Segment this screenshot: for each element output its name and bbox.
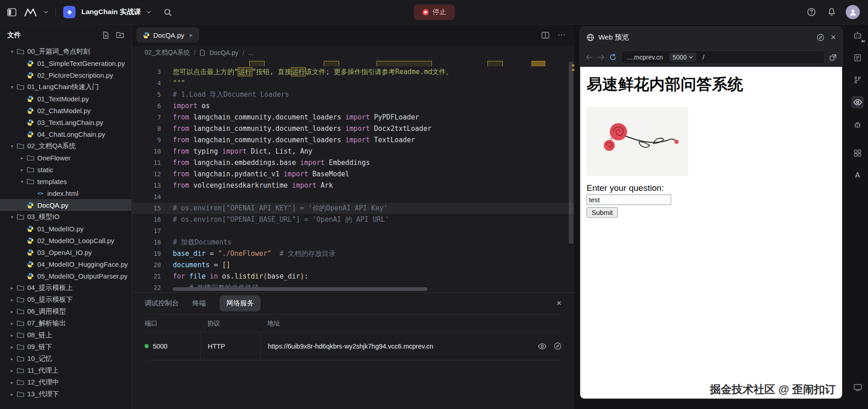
more-actions-icon[interactable]: ⋯ bbox=[557, 30, 566, 40]
tree-item[interactable]: 02_PictureDescription.py bbox=[0, 69, 131, 81]
preview-eye-icon[interactable] bbox=[538, 343, 547, 349]
code-editor[interactable]: 3您可以点击最上方的“运行”按钮, 直接运行该文件; 更多操作指引请参考Read… bbox=[132, 60, 574, 292]
panel-tab[interactable]: 网络服务 bbox=[220, 295, 261, 311]
ports-table-header: 端口 协议 地址 bbox=[145, 315, 562, 332]
tree-item[interactable]: ▸static bbox=[0, 164, 131, 175]
line-number: 13 bbox=[132, 180, 161, 191]
sidebar-toggle-icon[interactable] bbox=[5, 6, 18, 18]
panel-tab[interactable]: 终端 bbox=[192, 299, 206, 308]
open-in-browser-icon[interactable] bbox=[554, 342, 562, 350]
folder-icon bbox=[16, 332, 25, 338]
search-match-mark bbox=[572, 65, 574, 66]
code-line: 8from langchain_community.document_loade… bbox=[132, 123, 574, 135]
open-in-browser-icon[interactable] bbox=[817, 34, 824, 41]
preview-header: Web 预览 × bbox=[580, 27, 842, 48]
tree-item[interactable]: <>index.html bbox=[0, 187, 131, 199]
breadcrumb-file[interactable]: DocQA.py bbox=[209, 49, 238, 56]
tree-item[interactable]: 03_OpenAI_IO.py bbox=[0, 246, 131, 258]
vertical-scrollbar[interactable] bbox=[569, 62, 573, 244]
address-url[interactable]: https://6uib9x8r-hd6qkbrs-wy2shjk7hg94.v… bbox=[268, 343, 531, 350]
tree-item-label: 01_TextModel.py bbox=[37, 95, 89, 103]
tree-item-label: 05_ModelIO_OutputParser.py bbox=[37, 272, 127, 280]
chevron-right-icon: ▸ bbox=[18, 155, 26, 160]
tree-item[interactable]: ▸06_调用模型 bbox=[0, 305, 131, 317]
search-icon[interactable] bbox=[162, 6, 174, 18]
apps-grid-icon[interactable] bbox=[851, 147, 864, 160]
breadcrumb-folder[interactable]: 02_文档QA系统 bbox=[145, 49, 190, 57]
tree-item[interactable]: ▸04_提示模板上 bbox=[0, 282, 131, 294]
chevron-right-icon: ▸ bbox=[8, 333, 16, 338]
tree-item[interactable]: DocQA.py bbox=[0, 199, 131, 211]
bug-icon[interactable] bbox=[851, 118, 864, 131]
monitor-icon[interactable] bbox=[851, 381, 864, 394]
ai-assistant-icon[interactable]: AI bbox=[851, 29, 864, 42]
stop-icon bbox=[422, 9, 429, 16]
tree-item[interactable]: ▾02_文档QA系统 bbox=[0, 140, 131, 152]
tree-item[interactable]: ▸08_链上 bbox=[0, 329, 131, 341]
close-tab-icon[interactable]: × bbox=[189, 31, 193, 39]
new-folder-icon[interactable] bbox=[116, 31, 124, 39]
tree-item[interactable]: ▸05_提示模板下 bbox=[0, 294, 131, 305]
font-a-icon[interactable]: A bbox=[851, 169, 864, 182]
tree-item[interactable]: 02_ModelIO_LoopCall.py bbox=[0, 234, 131, 246]
project-icon[interactable] bbox=[63, 6, 75, 18]
tree-item[interactable]: ▾00_开篇词_奇点时刻 bbox=[0, 45, 131, 57]
tree-item[interactable]: 05_ModelIO_OutputParser.py bbox=[0, 270, 131, 282]
tree-item[interactable]: 01_TextModel.py bbox=[0, 93, 131, 105]
breadcrumb-more[interactable]: ... bbox=[248, 49, 254, 56]
tree-item[interactable]: ▸10_记忆 bbox=[0, 353, 131, 364]
marscode-logo[interactable] bbox=[23, 6, 38, 18]
chevron-down-icon[interactable] bbox=[44, 10, 48, 14]
tab-docqa[interactable]: DocQA.py × bbox=[136, 27, 199, 43]
question-label: Enter your question: bbox=[587, 183, 836, 193]
forward-icon[interactable] bbox=[597, 54, 605, 60]
tree-item-label: index.html bbox=[47, 190, 78, 197]
open-external-icon[interactable] bbox=[829, 54, 837, 61]
tree-item[interactable]: 01_ModelIO.py bbox=[0, 223, 131, 234]
question-input[interactable] bbox=[587, 195, 671, 205]
folder-icon bbox=[26, 178, 35, 185]
tree-item[interactable]: 02_ChatModel.py bbox=[0, 105, 131, 116]
submit-button[interactable]: Submit bbox=[587, 207, 618, 218]
tree-item[interactable]: ▸11_代理上 bbox=[0, 364, 131, 376]
line-number: 18 bbox=[132, 237, 161, 248]
checklist-icon[interactable] bbox=[851, 51, 864, 64]
chevron-down-icon: ▾ bbox=[8, 144, 16, 149]
tree-item[interactable]: ▸07_解析输出 bbox=[0, 317, 131, 329]
horizontal-scrollbar[interactable] bbox=[173, 287, 427, 291]
tree-item[interactable]: ▸12_代理中 bbox=[0, 376, 131, 388]
code-line: 12from langchain.pydantic_v1 import Base… bbox=[132, 169, 574, 180]
tree-item[interactable]: 04_ChatLongChain.py bbox=[0, 128, 131, 140]
topbar: LangChain 实战课 停止 bbox=[0, 0, 868, 25]
url-bar[interactable]: ....mcprev.cn 5000 / bbox=[621, 50, 825, 64]
refresh-icon[interactable] bbox=[609, 54, 617, 61]
code-line: 5# 1.Load 导入Document Loaders bbox=[132, 89, 574, 100]
url-host: ....mcprev.cn bbox=[627, 54, 663, 61]
tree-item-label: 03_模型IO bbox=[27, 213, 60, 221]
panel-tab[interactable]: 调试控制台 bbox=[145, 299, 179, 308]
code-line: 15# os.environ["OPENAI_API_KEY"] = '你的Op… bbox=[132, 203, 574, 214]
tree-item[interactable]: 03_TextLangChain.py bbox=[0, 116, 131, 128]
user-avatar[interactable] bbox=[846, 5, 860, 19]
git-branch-icon[interactable] bbox=[851, 74, 864, 86]
preview-eye-icon[interactable] bbox=[851, 96, 864, 109]
port-select[interactable]: 5000 bbox=[669, 53, 696, 62]
tree-item[interactable]: ▸09_链下 bbox=[0, 341, 131, 353]
tree-item[interactable]: ▸13_代理下 bbox=[0, 388, 131, 400]
tree-item[interactable]: ▸OneFlower bbox=[0, 152, 131, 164]
help-icon[interactable] bbox=[805, 6, 818, 18]
close-preview-icon[interactable]: × bbox=[831, 32, 836, 42]
chevron-down-icon[interactable] bbox=[146, 10, 151, 14]
notification-bell-icon[interactable] bbox=[826, 6, 838, 18]
tree-item[interactable]: ▾03_模型IO bbox=[0, 211, 131, 223]
split-editor-icon[interactable] bbox=[542, 32, 549, 39]
tree-item[interactable]: 01_SimpleTextGeneration.py bbox=[0, 57, 131, 69]
back-icon[interactable] bbox=[586, 54, 593, 60]
tree-item[interactable]: ▾templates bbox=[0, 175, 131, 187]
close-panel-icon[interactable]: × bbox=[557, 298, 562, 308]
new-file-icon[interactable] bbox=[102, 31, 110, 39]
stop-button[interactable]: 停止 bbox=[414, 5, 455, 20]
tree-item[interactable]: 04_ModelIO_HuggingFace.py bbox=[0, 258, 131, 270]
tree-item[interactable]: ▾01_LangChain快速入门 bbox=[0, 81, 131, 93]
project-name[interactable]: LangChain 实战课 bbox=[81, 7, 141, 17]
